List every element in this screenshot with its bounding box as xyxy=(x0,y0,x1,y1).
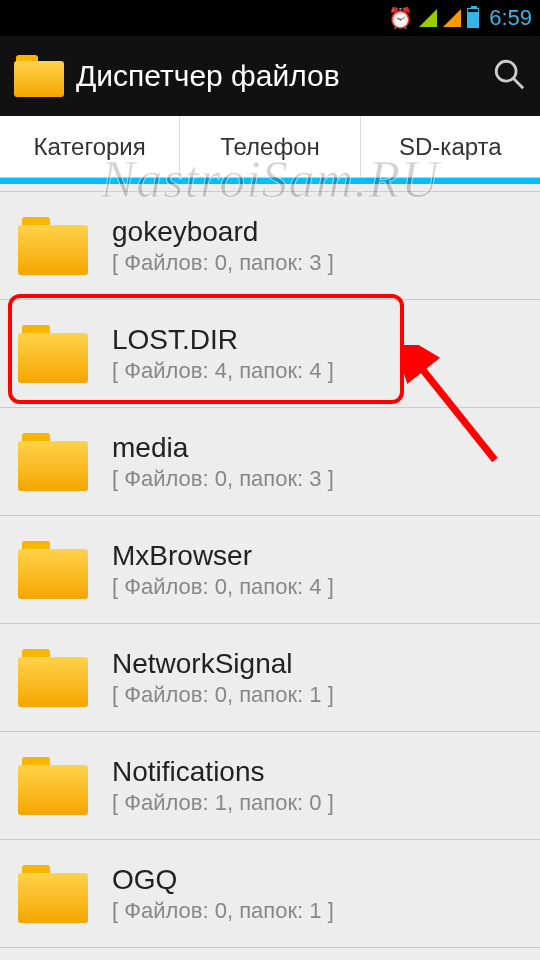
folder-icon xyxy=(18,865,88,923)
clock: 6:59 xyxy=(489,5,532,31)
search-icon[interactable] xyxy=(492,57,526,95)
folder-icon xyxy=(18,649,88,707)
folder-meta: [ Файлов: 0, папок: 3 ] xyxy=(112,250,334,276)
folder-name: media xyxy=(112,432,334,464)
app-icon xyxy=(14,55,64,97)
list-item[interactable]: MxBrowser [ Файлов: 0, папок: 4 ] xyxy=(0,516,540,624)
tabs: Категория Телефон SD-карта xyxy=(0,116,540,178)
folder-icon xyxy=(18,757,88,815)
folder-name: Notifications xyxy=(112,756,334,788)
folder-name: gokeyboard xyxy=(112,216,334,248)
folder-meta: [ Файлов: 0, папок: 1 ] xyxy=(112,682,334,708)
folder-meta: [ Файлов: 1, папок: 0 ] xyxy=(112,790,334,816)
folder-name: OGQ xyxy=(112,864,334,896)
folder-icon xyxy=(18,217,88,275)
alarm-icon: ⏰ xyxy=(388,6,413,30)
signal-1-icon xyxy=(419,9,437,27)
folder-icon xyxy=(18,325,88,383)
folder-list[interactable]: gokeyboard [ Файлов: 0, папок: 3 ] LOST.… xyxy=(0,192,540,960)
svg-line-1 xyxy=(513,78,523,88)
folder-name: NetworkSignal xyxy=(112,648,334,680)
folder-icon xyxy=(18,433,88,491)
status-bar: ⏰ 6:59 xyxy=(0,0,540,36)
list-item[interactable]: gokeyboard [ Файлов: 0, папок: 3 ] xyxy=(0,192,540,300)
app-title: Диспетчер файлов xyxy=(76,59,492,93)
list-item[interactable]: media [ Файлов: 0, папок: 3 ] xyxy=(0,408,540,516)
folder-name: MxBrowser xyxy=(112,540,334,572)
folder-name: LOST.DIR xyxy=(112,324,334,356)
list-item[interactable]: LOST.DIR [ Файлов: 4, папок: 4 ] xyxy=(0,300,540,408)
folder-meta: [ Файлов: 0, папок: 3 ] xyxy=(112,466,334,492)
folder-meta: [ Файлов: 0, папок: 1 ] xyxy=(112,898,334,924)
signal-2-icon xyxy=(443,9,461,27)
tab-sdcard[interactable]: SD-карта xyxy=(361,116,540,177)
list-item[interactable]: OpenSignal xyxy=(0,948,540,960)
list-item[interactable]: OGQ [ Файлов: 0, папок: 1 ] xyxy=(0,840,540,948)
folder-meta: [ Файлов: 0, папок: 4 ] xyxy=(112,574,334,600)
list-item[interactable]: Notifications [ Файлов: 1, папок: 0 ] xyxy=(0,732,540,840)
tab-phone[interactable]: Телефон xyxy=(180,116,360,177)
list-item[interactable]: NetworkSignal [ Файлов: 0, папок: 1 ] xyxy=(0,624,540,732)
folder-meta: [ Файлов: 4, папок: 4 ] xyxy=(112,358,334,384)
svg-point-0 xyxy=(496,61,516,81)
tab-category[interactable]: Категория xyxy=(0,116,180,177)
status-icons: ⏰ 6:59 xyxy=(388,5,532,31)
battery-icon xyxy=(467,8,479,28)
folder-icon xyxy=(18,541,88,599)
app-header: Диспетчер файлов xyxy=(0,36,540,116)
